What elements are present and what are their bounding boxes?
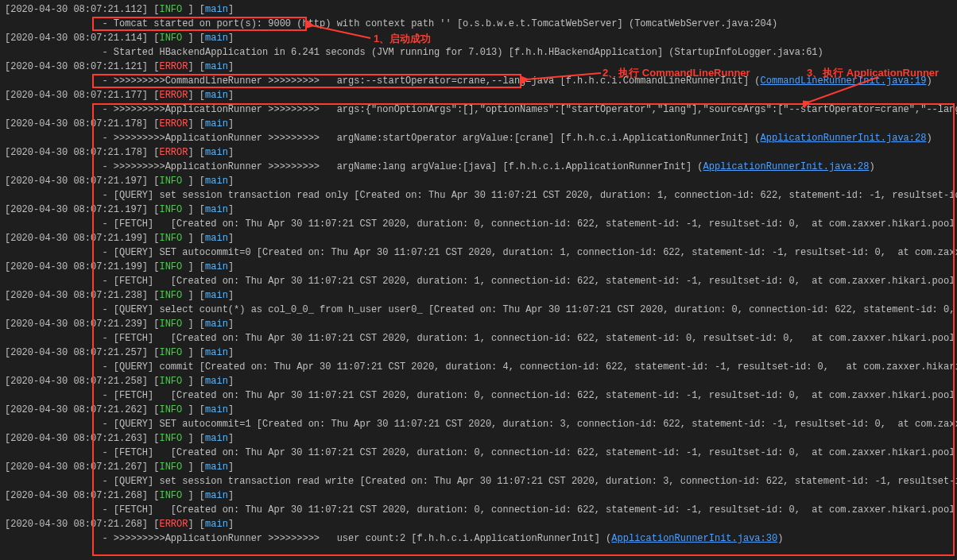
log-line: - [FETCH] [Created on: Thu Apr 30 11:07:…: [5, 388, 952, 403]
log-line: - >>>>>>>>>CommandLineRunner >>>>>>>>> a…: [5, 74, 952, 88]
log-line: - [QUERY] SET autocommit=0 [Created on: …: [5, 245, 952, 260]
log-line: - [QUERY] commit [Created on: Thu Apr 30…: [5, 360, 952, 374]
log-line: - [QUERY] set session transaction read w…: [5, 474, 952, 489]
log-line: [2020-04-30 08:07:21.263] [INFO ] [main]: [5, 431, 952, 446]
log-line: [2020-04-30 08:07:21.114] [INFO ] [main]: [5, 31, 952, 45]
log-line: [2020-04-30 08:07:21.238] [INFO ] [main]: [5, 288, 952, 303]
log-line: [2020-04-30 08:07:21.197] [INFO ] [main]: [5, 174, 952, 188]
log-line: - >>>>>>>>>ApplicationRunner >>>>>>>>> a…: [5, 102, 952, 117]
log-line: - [QUERY] SET autocommit=1 [Created on: …: [5, 417, 952, 431]
log-line: - [QUERY] select count(*) as col_0_0_ fr…: [5, 303, 952, 317]
log-line: [2020-04-30 08:07:21.199] [INFO ] [main]: [5, 231, 952, 245]
log-line: [2020-04-30 08:07:21.199] [INFO ] [main]: [5, 260, 952, 274]
log-line: [2020-04-30 08:07:21.262] [INFO ] [main]: [5, 403, 952, 417]
log-line: - >>>>>>>>>ApplicationRunner >>>>>>>>> u…: [5, 531, 952, 546]
log-line: - >>>>>>>>>ApplicationRunner >>>>>>>>> a…: [5, 160, 952, 174]
log-line: - [FETCH] [Created on: Thu Apr 30 11:07:…: [5, 274, 952, 288]
log-line: [2020-04-30 08:07:21.257] [INFO ] [main]: [5, 346, 952, 360]
log-line: [2020-04-30 08:07:21.178] [ERROR] [main]: [5, 145, 952, 160]
log-line: - Tomcat started on port(s): 9000 (http)…: [5, 17, 952, 31]
log-line: [2020-04-30 08:07:21.268] [INFO ] [main]: [5, 489, 952, 503]
log-line: - >>>>>>>>>ApplicationRunner >>>>>>>>> a…: [5, 131, 952, 145]
log-line: [2020-04-30 08:07:21.239] [INFO ] [main]: [5, 317, 952, 331]
log-line: [2020-04-30 08:07:21.121] [ERROR] [main]: [5, 60, 952, 74]
log-line: [2020-04-30 08:07:21.197] [INFO ] [main]: [5, 203, 952, 217]
log-line: - [FETCH] [Created on: Thu Apr 30 11:07:…: [5, 503, 952, 517]
log-line: [2020-04-30 08:07:21.177] [ERROR] [main]: [5, 88, 952, 102]
log-line: [2020-04-30 08:07:21.258] [INFO ] [main]: [5, 374, 952, 388]
log-line: - [QUERY] set session transaction read o…: [5, 188, 952, 203]
console-log: [2020-04-30 08:07:21.112] [INFO ] [main]…: [0, 0, 957, 548]
log-line: [2020-04-30 08:07:21.268] [ERROR] [main]: [5, 517, 952, 531]
log-line: - [FETCH] [Created on: Thu Apr 30 11:07:…: [5, 446, 952, 460]
log-line: [2020-04-30 08:07:21.112] [INFO ] [main]: [5, 2, 952, 17]
log-line: [2020-04-30 08:07:21.267] [INFO ] [main]: [5, 460, 952, 474]
log-line: - [FETCH] [Created on: Thu Apr 30 11:07:…: [5, 217, 952, 231]
log-line: - Started HBackendApplication in 6.241 s…: [5, 45, 952, 60]
log-line: - [FETCH] [Created on: Thu Apr 30 11:07:…: [5, 331, 952, 346]
log-line: [2020-04-30 08:07:21.178] [ERROR] [main]: [5, 117, 952, 131]
